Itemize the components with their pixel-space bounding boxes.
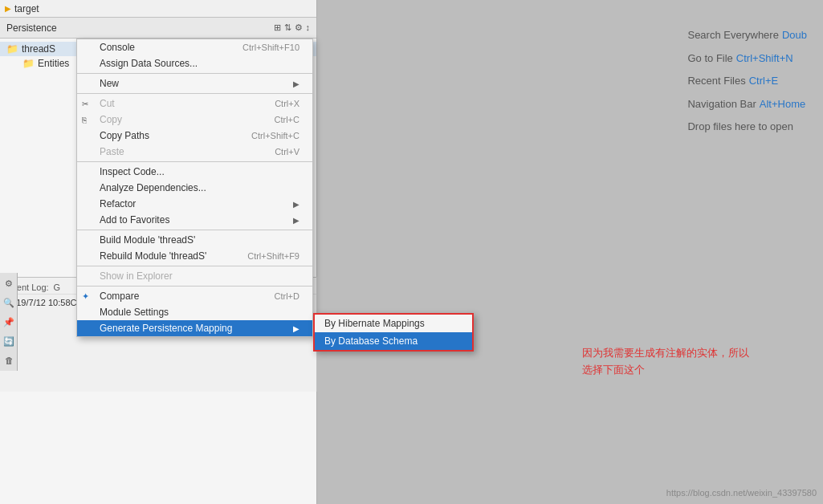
menu-rebuild-label: Rebuild Module 'threadS'	[100, 250, 206, 262]
tree-item-label: threadS	[22, 43, 55, 55]
context-menu: Console Ctrl+Shift+F10 Assign Data Sourc…	[76, 39, 313, 337]
menu-build-label: Build Module 'threadS'	[100, 234, 195, 246]
menu-paste[interactable]: Paste Ctrl+V	[77, 144, 312, 160]
shortcut-navbar-label: Navigation Bar	[687, 93, 756, 116]
menu-show-explorer[interactable]: Show in Explorer	[77, 268, 312, 284]
submenu-persistence: By Hibernate Mappings By Database Schema	[313, 313, 474, 352]
menu-copypaths-label: Copy Paths	[100, 130, 149, 141]
copy-icon: ⎘	[82, 116, 87, 124]
menu-new-label: New	[100, 78, 119, 89]
event-log-status: G	[54, 282, 61, 292]
menu-console[interactable]: Console Ctrl+Shift+F10	[77, 39, 312, 55]
menu-assign-datasources[interactable]: Assign Data Sources...	[77, 55, 312, 71]
icon-settings[interactable]: ⚙	[295, 22, 303, 33]
menu-rebuild[interactable]: Rebuild Module 'threadS' Ctrl+Shift+F9	[77, 248, 312, 264]
menu-inspect-label: Inspect Code...	[100, 166, 165, 177]
menu-inspect[interactable]: Inspect Code...	[77, 164, 312, 180]
shortcut-search-label: Search Everywhere	[687, 24, 778, 47]
watermark: https://blog.csdn.net/weixin_43397580	[666, 488, 817, 498]
shortcut-goto-file: Go to File Ctrl+Shift+N	[687, 47, 807, 71]
submenu-hibernate-label: By Hibernate Mappings	[324, 318, 425, 329]
menu-cut-label: Cut	[100, 98, 115, 109]
sep5	[77, 266, 312, 266]
sep4	[77, 230, 312, 230]
shortcut-drop: Drop files here to open	[687, 116, 807, 139]
menu-copy[interactable]: ⎘ Copy Ctrl+C	[77, 112, 312, 128]
compare-star-icon: ✦	[82, 291, 89, 302]
submenu-schema-label: By Database Schema	[324, 335, 418, 347]
persistence-header: Persistence ⊞ ⇅ ⚙ ↕	[0, 18, 316, 39]
menu-compare-shortcut: Ctrl+D	[259, 291, 299, 301]
menu-compare[interactable]: ✦ Compare Ctrl+D	[77, 288, 312, 304]
sep2	[77, 93, 312, 94]
menu-paste-shortcut: Ctrl+V	[259, 147, 299, 156]
watermark-text: https://blog.csdn.net/weixin_43397580	[666, 488, 817, 498]
left-panel: ▶ target Persistence ⊞ ⇅ ⚙ ↕ 📁 threadS 📁…	[0, 0, 317, 504]
menu-analyze[interactable]: Analyze Dependencies...	[77, 180, 312, 196]
shortcut-search-key: Doub	[782, 24, 807, 47]
menu-build[interactable]: Build Module 'threadS'	[77, 232, 312, 248]
menu-new-arrow: ▶	[293, 79, 299, 88]
shortcut-goto-key: Ctrl+Shift+N	[736, 47, 793, 71]
menu-compare-label: Compare	[100, 291, 139, 302]
menu-console-shortcut: Ctrl+Shift+F10	[226, 43, 299, 52]
menu-favorites-label: Add to Favorites	[100, 214, 169, 226]
menu-new[interactable]: New ▶	[77, 75, 312, 91]
menu-generate-persistence[interactable]: Generate Persistence Mapping ▶	[77, 320, 312, 336]
sep6	[77, 286, 312, 287]
menu-refactor-arrow: ▶	[293, 200, 299, 209]
annotation-content: 因为我需要生成有注解的实体，所以选择下面这个	[582, 347, 749, 376]
menu-refactor-label: Refactor	[100, 198, 136, 209]
tree-item-entities-label: Entities	[38, 58, 69, 69]
shortcut-recent-key: Ctrl+E	[749, 70, 778, 93]
menu-favorites-arrow: ▶	[293, 216, 299, 225]
shortcut-navbar-key: Alt+Home	[760, 93, 805, 116]
sidebar-icon-settings[interactable]: ⚙	[2, 276, 16, 291]
shortcut-drop-label: Drop files here to open	[687, 116, 793, 139]
menu-cut-shortcut: Ctrl+X	[259, 99, 299, 108]
menu-rebuild-shortcut: Ctrl+Shift+F9	[231, 251, 299, 261]
shortcut-goto-label: Go to File	[687, 47, 732, 71]
menu-module-settings[interactable]: Module Settings	[77, 304, 312, 320]
target-label: target	[14, 3, 39, 14]
folder-icon-entities: 📁	[22, 58, 35, 69]
menu-paste-label: Paste	[100, 146, 124, 157]
sep3	[77, 161, 312, 162]
cut-icon: ✂	[82, 100, 88, 108]
editor-area: Search Everywhere Doub Go to File Ctrl+S…	[317, 0, 823, 504]
shortcut-search: Search Everywhere Doub	[687, 24, 807, 47]
menu-generate-label: Generate Persistence Mapping	[100, 323, 232, 334]
submenu-database-schema[interactable]: By Database Schema	[315, 332, 472, 350]
folder-icon: 📁	[6, 43, 18, 55]
left-sidebar-icons: ⚙ 🔍 📌 🔄 🗑	[0, 273, 18, 371]
sidebar-icon-delete[interactable]: 🗑	[2, 353, 16, 368]
sidebar-icon-bookmark[interactable]: 📌	[2, 315, 16, 329]
target-bar: ▶ target	[0, 0, 316, 18]
shortcut-recent: Recent Files Ctrl+E	[687, 70, 807, 93]
menu-refactor[interactable]: Refactor ▶	[77, 196, 312, 212]
icon-grid[interactable]: ⊞	[274, 22, 281, 33]
sidebar-icon-refresh[interactable]: 🔄	[2, 334, 16, 348]
menu-generate-arrow: ▶	[293, 324, 299, 333]
icon-sort[interactable]: ⇅	[284, 22, 291, 33]
sep1	[77, 73, 312, 74]
menu-cut[interactable]: ✂ Cut Ctrl+X	[77, 96, 312, 112]
menu-copypaths-shortcut: Ctrl+Shift+C	[235, 131, 299, 140]
menu-favorites[interactable]: Add to Favorites ▶	[77, 212, 312, 228]
menu-module-settings-label: Module Settings	[100, 307, 169, 318]
menu-assign-label: Assign Data Sources...	[100, 58, 198, 69]
persistence-toolbar: ⊞ ⇅ ⚙ ↕	[274, 22, 311, 33]
shortcut-recent-label: Recent Files	[687, 70, 745, 93]
menu-analyze-label: Analyze Dependencies...	[100, 182, 206, 193]
icon-expand[interactable]: ↕	[306, 22, 311, 33]
menu-copy-label: Copy	[100, 114, 122, 125]
submenu-hibernate[interactable]: By Hibernate Mappings	[315, 315, 472, 332]
menu-copy-paths[interactable]: Copy Paths Ctrl+Shift+C	[77, 128, 312, 144]
persistence-title: Persistence	[6, 22, 57, 34]
menu-console-label: Console	[100, 42, 135, 53]
annotation-text: 因为我需要生成有注解的实体，所以选择下面这个	[582, 345, 759, 379]
target-arrow-icon: ▶	[5, 4, 11, 13]
sidebar-icon-search[interactable]: 🔍	[2, 295, 16, 310]
menu-copy-shortcut: Ctrl+C	[259, 115, 299, 124]
shortcut-navbar: Navigation Bar Alt+Home	[687, 93, 807, 116]
